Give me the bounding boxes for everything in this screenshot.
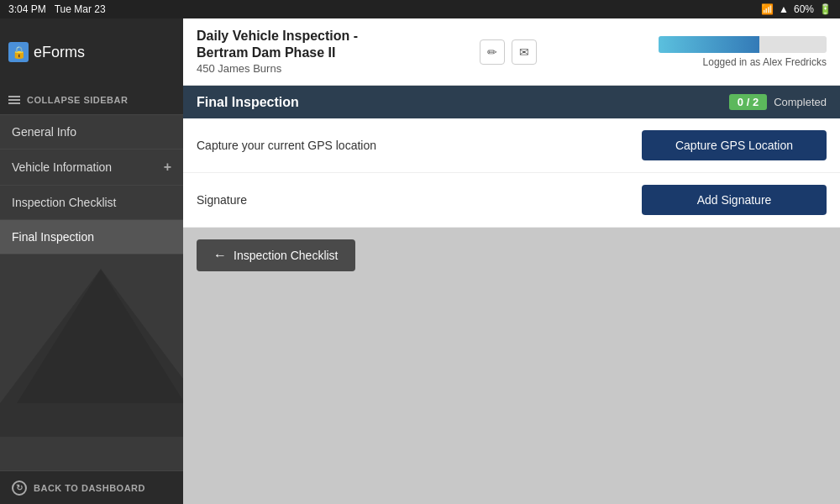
add-signature-button[interactable]: Add Signature: [642, 185, 827, 215]
sidebar-item-label: Final Inspection: [12, 230, 94, 244]
capture-gps-button[interactable]: Capture GPS Location: [642, 130, 827, 160]
back-to-inspection-checklist-button[interactable]: ← Inspection Checklist: [197, 239, 355, 271]
status-time: 3:04 PM: [8, 3, 46, 15]
battery-icon: 🔋: [819, 3, 832, 15]
logo-text: eForms: [34, 44, 85, 61]
mail-icon: ✉: [519, 45, 529, 59]
sidebar-item-label: Vehicle Information: [12, 160, 112, 174]
main-content: Daily Vehicle Inspection - Bertram Dam P…: [183, 18, 840, 504]
signature-label: Signature: [197, 193, 642, 207]
sidebar-item-inspection-checklist[interactable]: Inspection Checklist: [0, 186, 183, 220]
collapse-sidebar-button[interactable]: COLLAPSE SIDEBAR: [0, 86, 183, 115]
gps-row: Capture your current GPS location Captur…: [183, 118, 840, 173]
progress-bar: [659, 36, 827, 53]
back-to-dashboard-button[interactable]: ↻ BACK TO DASHBOARD: [0, 470, 183, 504]
sidebar-item-final-inspection[interactable]: Final Inspection: [0, 220, 183, 255]
back-to-dashboard-label: BACK TO DASHBOARD: [34, 483, 145, 493]
nav-buttons: ← Inspection Checklist: [183, 228, 840, 283]
form-title-line2: Bertram Dam Phase II: [197, 45, 358, 60]
eforms-logo: 🔒 eForms: [8, 42, 85, 62]
page-content: Final Inspection 0 / 2 Completed Capture…: [183, 86, 840, 504]
badge-count: 0 / 2: [729, 94, 767, 110]
back-circle-icon: ↻: [12, 480, 27, 496]
form-rows: Capture your current GPS location Captur…: [183, 118, 840, 228]
form-title-line1: Daily Vehicle Inspection -: [197, 29, 358, 44]
logged-in-label: Logged in as Alex Fredricks: [703, 56, 827, 68]
gps-label: Capture your current GPS location: [197, 139, 642, 152]
mail-button[interactable]: ✉: [512, 39, 537, 65]
status-bar: 3:04 PM Tue Mar 23 📶 ▲ 60% 🔋: [0, 0, 840, 18]
sidebar: 🔒 eForms COLLAPSE SIDEBAR General Info V…: [0, 18, 183, 504]
app-header: Daily Vehicle Inspection - Bertram Dam P…: [183, 18, 840, 86]
sidebar-item-label: Inspection Checklist: [12, 196, 117, 209]
sidebar-item-vehicle-information[interactable]: Vehicle Information +: [0, 150, 183, 186]
header-icons: ✏ ✉: [480, 39, 537, 65]
edit-icon: ✏: [487, 45, 497, 59]
battery-level: 60%: [794, 3, 814, 15]
progress-bar-fill: [659, 36, 759, 53]
section-header: Final Inspection 0 / 2 Completed: [183, 86, 840, 118]
form-subtitle: 450 James Burns: [197, 62, 358, 75]
section-badge: 0 / 2 Completed: [729, 94, 827, 110]
wifi-icon: 📶: [761, 3, 774, 15]
edit-button[interactable]: ✏: [480, 39, 505, 65]
arrow-left-icon: ←: [213, 248, 227, 263]
back-button-label: Inspection Checklist: [234, 249, 339, 262]
badge-label: Completed: [774, 96, 827, 108]
header-right: Logged in as Alex Fredricks: [659, 36, 827, 68]
gps-action: Capture GPS Location: [642, 130, 827, 160]
hamburger-icon: [8, 96, 20, 104]
sidebar-nav: General Info Vehicle Information + Inspe…: [0, 115, 183, 470]
sidebar-item-general-info[interactable]: General Info: [0, 115, 183, 150]
header-title-area: Daily Vehicle Inspection - Bertram Dam P…: [197, 29, 358, 75]
sidebar-logo-area: 🔒 eForms: [0, 18, 183, 86]
signal-icon: ▲: [779, 3, 789, 15]
lock-icon: 🔒: [8, 42, 29, 62]
signature-row: Signature Add Signature: [183, 173, 840, 228]
signature-action: Add Signature: [642, 185, 827, 215]
status-day: Tue Mar 23: [55, 3, 106, 15]
section-title: Final Inspection: [197, 95, 299, 110]
sidebar-item-label: General Info: [12, 125, 76, 139]
collapse-sidebar-label: COLLAPSE SIDEBAR: [27, 95, 128, 105]
plus-icon: +: [164, 160, 171, 175]
